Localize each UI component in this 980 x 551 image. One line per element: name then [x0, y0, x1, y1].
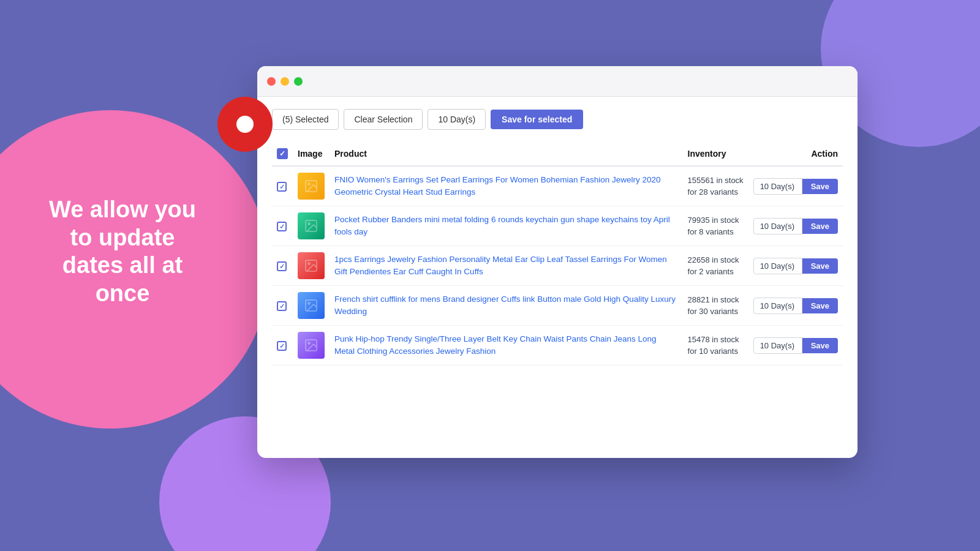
row-checkbox-5[interactable]: [277, 341, 287, 351]
inventory-2: 79935 in stockfor 8 variants: [688, 214, 744, 238]
selected-count-button[interactable]: (5) Selected: [272, 109, 339, 130]
product-thumb-4: [298, 292, 325, 319]
col-action: Action: [748, 142, 843, 166]
browser-window: (5) Selected Clear Selection 10 Day(s) S…: [257, 66, 858, 458]
inventory-4: 28821 in stockfor 30 variants: [688, 294, 744, 318]
row-checkbox-1[interactable]: [277, 182, 287, 192]
save-for-selected-button[interactable]: Save for selected: [491, 110, 583, 129]
action-group-1: Save: [753, 178, 838, 195]
product-link-4[interactable]: French shirt cufflink for mens Brand des…: [334, 294, 676, 316]
table-row: Pocket Rubber Banders mini metal folding…: [272, 206, 843, 246]
col-inventory: Inventory: [683, 142, 748, 166]
save-button-2[interactable]: Save: [802, 219, 838, 234]
clear-selection-button[interactable]: Clear Selection: [344, 109, 423, 130]
promo-line1: We allow you: [18, 196, 227, 224]
col-image: Image: [293, 142, 330, 166]
action-group-3: Save: [753, 258, 838, 274]
promo-text: We allow you to update dates all at once: [18, 196, 227, 307]
maximize-button[interactable]: [294, 77, 303, 86]
product-table: Image Product Inventory Action FNIO W: [272, 142, 843, 365]
browser-titlebar: [257, 66, 858, 97]
row-checkbox-2[interactable]: [277, 222, 287, 231]
promo-line2: to update: [18, 224, 227, 252]
save-button-5[interactable]: Save: [802, 338, 838, 353]
days-input-2[interactable]: [753, 218, 802, 234]
close-button[interactable]: [267, 77, 276, 86]
save-button-4[interactable]: Save: [802, 298, 838, 313]
traffic-lights: [267, 77, 303, 86]
svg-point-3: [308, 223, 310, 225]
record-button-inner: [236, 116, 254, 133]
product-thumb-3: [298, 252, 325, 279]
table-row: Punk Hip-hop Trendy Single/Three Layer B…: [272, 326, 843, 365]
col-product: Product: [330, 142, 683, 166]
action-group-5: Save: [753, 337, 838, 354]
days-button[interactable]: 10 Day(s): [428, 109, 486, 130]
action-group-4: Save: [753, 298, 838, 314]
promo-line4: once: [18, 280, 227, 308]
svg-point-7: [308, 302, 310, 304]
inventory-5: 15478 in stockfor 10 variants: [688, 334, 744, 358]
minimize-button[interactable]: [281, 77, 289, 86]
action-group-2: Save: [753, 218, 838, 234]
days-input-3[interactable]: [753, 258, 802, 274]
svg-point-5: [308, 263, 310, 264]
svg-point-9: [308, 342, 310, 344]
save-button-3[interactable]: Save: [802, 258, 838, 274]
product-link-2[interactable]: Pocket Rubber Banders mini metal folding…: [334, 215, 670, 236]
browser-content: (5) Selected Clear Selection 10 Day(s) S…: [257, 97, 858, 378]
inventory-1: 155561 in stockfor 28 variants: [688, 174, 744, 198]
row-checkbox-4[interactable]: [277, 301, 287, 311]
svg-point-1: [308, 183, 310, 185]
inventory-3: 22658 in stockfor 2 variants: [688, 254, 744, 278]
table-row: FNIO Women's Earrings Set Pearl Earrings…: [272, 166, 843, 206]
promo-line3: dates all at: [18, 252, 227, 280]
product-thumb-1: [298, 173, 325, 200]
record-button[interactable]: [217, 97, 273, 152]
product-thumb-5: [298, 332, 325, 359]
select-all-checkbox[interactable]: [277, 148, 288, 159]
product-thumb-2: [298, 212, 325, 239]
product-link-1[interactable]: FNIO Women's Earrings Set Pearl Earrings…: [334, 175, 661, 197]
table-row: 1pcs Earrings Jewelry Fashion Personalit…: [272, 246, 843, 286]
row-checkbox-3[interactable]: [277, 261, 287, 271]
save-button-1[interactable]: Save: [802, 179, 838, 194]
days-input-4[interactable]: [753, 298, 802, 314]
days-input-1[interactable]: [753, 178, 802, 195]
product-link-5[interactable]: Punk Hip-hop Trendy Single/Three Layer B…: [334, 334, 657, 356]
product-link-3[interactable]: 1pcs Earrings Jewelry Fashion Personalit…: [334, 255, 667, 276]
toolbar: (5) Selected Clear Selection 10 Day(s) S…: [272, 109, 843, 130]
days-input-5[interactable]: [753, 337, 802, 354]
table-row: French shirt cufflink for mens Brand des…: [272, 286, 843, 326]
